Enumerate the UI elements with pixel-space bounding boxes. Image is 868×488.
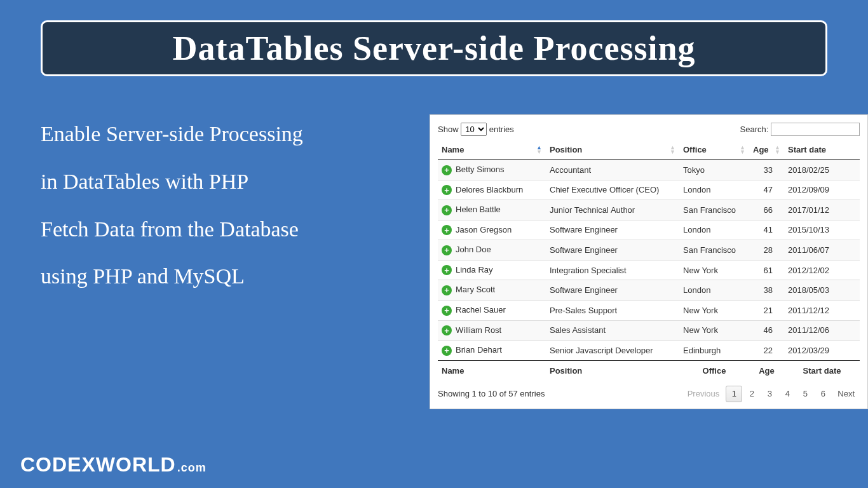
cell-age: 46 — [749, 320, 784, 341]
expand-icon[interactable]: + — [442, 225, 452, 235]
expand-icon[interactable]: + — [442, 185, 452, 195]
cell-office: London — [679, 220, 749, 240]
sort-icon: ▲▼ — [670, 146, 675, 154]
table-row: +Jason GregsonSoftware EngineerLondon412… — [438, 220, 860, 240]
cell-startdate: 2011/06/07 — [784, 240, 860, 261]
table-row: +Betty SimonsAccountantTokyo332018/02/25 — [438, 160, 860, 180]
cell-name: +Helen Battle — [438, 200, 546, 220]
cell-age: 66 — [749, 200, 784, 220]
brand-name: CODEXWORLD — [20, 453, 176, 476]
cell-startdate: 2012/03/29 — [784, 341, 860, 361]
cell-startdate: 2017/01/12 — [784, 200, 860, 220]
table-info: Showing 1 to 10 of 57 entries — [438, 389, 545, 398]
col-header-name[interactable]: Name ▲▼ — [438, 140, 546, 160]
cell-office: New York — [679, 320, 749, 341]
cell-name: +Rachel Sauer — [438, 300, 546, 320]
table-row: +Linda RayIntegration SpecialistNew York… — [438, 260, 860, 280]
page-title: DataTables Server-side Processing — [58, 29, 810, 68]
cell-office: San Francisco — [679, 200, 749, 220]
cell-position: Pre-Sales Support — [546, 300, 679, 320]
desc-line: using PHP and MySQL — [41, 253, 403, 301]
col-header-position[interactable]: Position ▲▼ — [546, 140, 679, 160]
expand-icon[interactable]: + — [442, 285, 452, 295]
cell-startdate: 2015/10/13 — [784, 220, 860, 240]
col-footer-startdate: Start date — [784, 360, 860, 381]
cell-age: 33 — [749, 160, 784, 180]
cell-name: +Jason Gregson — [438, 220, 546, 240]
col-header-office[interactable]: Office ▲▼ — [679, 140, 749, 160]
data-table: Name ▲▼ Position ▲▼ Office ▲▼ Age ▲▼ Sta… — [438, 140, 860, 381]
col-footer-name: Name — [438, 360, 546, 381]
page-number[interactable]: 1 — [726, 386, 742, 402]
cell-startdate: 2018/02/25 — [784, 160, 860, 180]
expand-icon[interactable]: + — [442, 325, 452, 336]
cell-office: San Francisco — [679, 240, 749, 261]
sort-icon: ▲▼ — [775, 146, 780, 154]
cell-name: +Betty Simons — [438, 160, 546, 180]
cell-age: 41 — [749, 220, 784, 240]
cell-name: +Delores Blackburn — [438, 180, 546, 200]
cell-office: New York — [679, 300, 749, 320]
length-show-label: Show — [438, 125, 459, 134]
sort-icon: ▲▼ — [536, 146, 542, 154]
brand-footer: CODEXWORLD.com — [20, 453, 207, 477]
cell-position: Senior Javascript Developer — [546, 341, 679, 361]
pagination: Previous 123456 Next — [682, 386, 860, 402]
page-number[interactable]: 3 — [761, 386, 778, 402]
sort-icon: ▲▼ — [740, 146, 745, 154]
cell-age: 21 — [749, 300, 784, 320]
cell-position: Integration Specialist — [546, 260, 679, 280]
length-control: Show 10 entries — [438, 123, 514, 136]
description-text: Enable Server-side Processing in DataTab… — [41, 92, 403, 301]
expand-icon[interactable]: + — [442, 245, 452, 255]
cell-startdate: 2011/12/06 — [784, 320, 860, 341]
cell-position: Accountant — [546, 160, 679, 180]
cell-age: 61 — [749, 260, 784, 280]
desc-line: Enable Server-side Processing — [41, 111, 403, 158]
expand-icon[interactable]: + — [442, 205, 452, 215]
page-previous[interactable]: Previous — [682, 386, 725, 402]
cell-position: Software Engineer — [546, 280, 679, 301]
col-header-startdate[interactable]: Start date — [784, 140, 860, 160]
cell-name: +Mary Scott — [438, 280, 546, 301]
table-row: +John DoeSoftware EngineerSan Francisco2… — [438, 240, 860, 261]
cell-office: Edinburgh — [679, 341, 749, 361]
cell-startdate: 2011/12/12 — [784, 300, 860, 320]
cell-startdate: 2012/09/09 — [784, 180, 860, 200]
desc-line: in DataTables with PHP — [41, 158, 403, 206]
table-row: +Brian DehartSenior Javascript Developer… — [438, 341, 860, 361]
page-number[interactable]: 4 — [779, 386, 796, 402]
cell-startdate: 2012/12/02 — [784, 260, 860, 280]
expand-icon[interactable]: + — [442, 346, 452, 356]
cell-office: Tokyo — [679, 160, 749, 180]
table-row: +William RostSales AssistantNew York4620… — [438, 320, 860, 341]
page-number[interactable]: 6 — [815, 386, 831, 402]
desc-line: Fetch Data from the Database — [41, 206, 403, 254]
page-number[interactable]: 5 — [797, 386, 813, 402]
table-row: +Delores BlackburnChief Executive Office… — [438, 180, 860, 200]
table-row: +Helen BattleJunior Technical AuthorSan … — [438, 200, 860, 220]
page-number[interactable]: 2 — [743, 386, 760, 402]
expand-icon[interactable]: + — [442, 306, 452, 316]
cell-office: London — [679, 280, 749, 301]
cell-age: 47 — [749, 180, 784, 200]
expand-icon[interactable]: + — [442, 165, 452, 175]
cell-name: +William Rost — [438, 320, 546, 341]
search-input[interactable] — [771, 123, 860, 136]
cell-position: Chief Executive Officer (CEO) — [546, 180, 679, 200]
cell-name: +Linda Ray — [438, 260, 546, 280]
page-next[interactable]: Next — [832, 386, 860, 402]
col-footer-office: Office — [679, 360, 749, 381]
cell-age: 38 — [749, 280, 784, 301]
col-header-age[interactable]: Age ▲▼ — [749, 140, 784, 160]
title-banner: DataTables Server-side Processing — [41, 20, 827, 76]
expand-icon[interactable]: + — [442, 265, 452, 275]
cell-position: Junior Technical Author — [546, 200, 679, 220]
cell-startdate: 2018/05/03 — [784, 280, 860, 301]
datatable-panel: Show 10 entries Search: Name ▲▼ Position… — [430, 114, 868, 409]
length-select[interactable]: 10 — [461, 123, 487, 136]
brand-tld: .com — [177, 461, 207, 474]
cell-position: Software Engineer — [546, 240, 679, 261]
cell-position: Sales Assistant — [546, 320, 679, 341]
table-row: +Rachel SauerPre-Sales SupportNew York21… — [438, 300, 860, 320]
